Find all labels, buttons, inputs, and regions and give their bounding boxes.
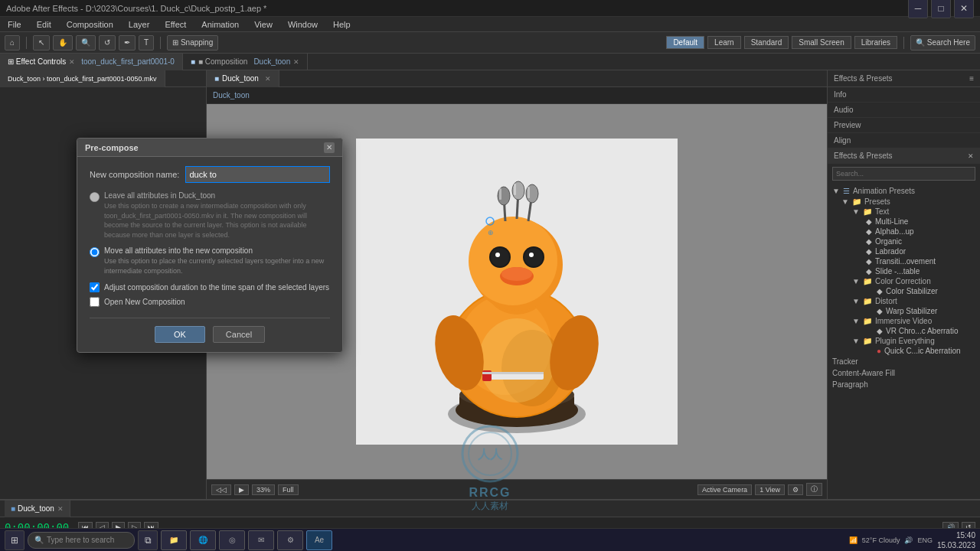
dialog-option1-desc: Use this option to create a new intermed…: [104, 201, 330, 240]
taskbar-mail[interactable]: ✉: [248, 530, 274, 550]
left-file-path: Duck_toon › toon_duck_first_part0001-005…: [8, 75, 157, 83]
viewer-active-camera[interactable]: Active Camera: [697, 484, 752, 495]
menu-effect[interactable]: Effect: [162, 20, 189, 29]
comp-tab-duck-toon[interactable]: ■ Duck_toon ✕: [207, 70, 279, 87]
taskbar-file-explorer[interactable]: 📁: [161, 530, 187, 550]
taskbar-lang[interactable]: ENG: [917, 536, 933, 544]
effects-search-input[interactable]: [832, 167, 975, 181]
tree-presets[interactable]: ▼ 📁 Presets: [837, 197, 980, 207]
menu-edit[interactable]: Edit: [34, 20, 54, 29]
viewer-render[interactable]: ⚙: [788, 484, 803, 495]
right-panel-menu[interactable]: ≡: [969, 74, 974, 83]
toolbar-zoom[interactable]: 🔍: [76, 35, 96, 51]
dialog-checkbox-2[interactable]: [90, 297, 100, 307]
tree-text-folder[interactable]: ▼ 📁 Text: [849, 207, 980, 217]
maximize-button[interactable]: □: [931, 0, 951, 18]
dialog-radio-1[interactable]: [90, 192, 100, 202]
dialog-radio-2[interactable]: [90, 247, 100, 257]
tree-warp[interactable]: ◆ Warp Stabilizer: [871, 306, 980, 316]
effect-controls-close[interactable]: ✕: [69, 58, 75, 66]
taskbar-start[interactable]: ⊞: [5, 530, 24, 550]
timeline-tab-close[interactable]: ✕: [57, 505, 64, 513]
dialog-checkbox-1[interactable]: [90, 282, 100, 292]
toolbar-home[interactable]: ⌂: [5, 35, 20, 51]
dialog-ok-button[interactable]: OK: [155, 326, 205, 343]
toolbar-snap[interactable]: ⊞ Snapping: [167, 35, 218, 51]
dialog-option2-text: Move all attributes into the new composi…: [104, 246, 330, 276]
menu-help[interactable]: Help: [330, 20, 354, 29]
timeline-tab-duck[interactable]: ■ Duck_toon ✕: [5, 500, 70, 517]
section-info-header[interactable]: Info: [828, 87, 980, 102]
taskbar-volume-icon[interactable]: 🔊: [904, 536, 913, 544]
taskbar-task-view[interactable]: ⧉: [138, 530, 158, 550]
minimize-button[interactable]: ─: [908, 0, 928, 18]
tree-alphab-up[interactable]: ◆ Alphab...up: [860, 227, 980, 236]
toolbar-text[interactable]: T: [139, 35, 154, 51]
alphab-label: Alphab...up: [875, 227, 914, 236]
tab-effect-controls[interactable]: ⊞ Effect Controls ✕ toon_duck_first_part…: [0, 54, 183, 70]
close-button[interactable]: ✕: [954, 0, 974, 18]
breadcrumb-link[interactable]: Duck_toon: [213, 91, 250, 99]
effects-close-icon[interactable]: ✕: [968, 152, 974, 160]
menu-file[interactable]: File: [5, 20, 24, 29]
tree-labrador[interactable]: ◆ Labrador: [860, 246, 980, 256]
section-effects-header[interactable]: Effects & Presets ✕: [828, 148, 980, 163]
viewer-play-back[interactable]: ◁◁: [211, 484, 231, 495]
tree-vr[interactable]: ◆ VR Chro...c Aberratio: [871, 326, 980, 336]
toolbar-selection[interactable]: ↖: [33, 35, 50, 51]
workspace-libraries[interactable]: Libraries: [854, 36, 897, 49]
tree-distort[interactable]: ▼ 📁 Distort: [849, 296, 980, 306]
viewer-full[interactable]: Full: [278, 484, 299, 495]
viewer-1view[interactable]: 1 View: [755, 484, 785, 495]
menu-animation[interactable]: Animation: [198, 20, 242, 29]
tree-color-stabilizer[interactable]: ◆ Color Stabilizer: [871, 286, 980, 296]
taskbar-edge[interactable]: 🌐: [190, 530, 216, 550]
tree-multi-line[interactable]: ◆ Multi-Line: [860, 217, 980, 227]
slide-label: Slide -...table: [875, 267, 920, 276]
composition-tab-close[interactable]: ✕: [293, 58, 299, 66]
left-panel-tab[interactable]: Duck_toon › toon_duck_first_part0001-005…: [0, 70, 165, 87]
section-align-header[interactable]: Align: [828, 133, 980, 148]
workspace-default[interactable]: Default: [666, 36, 704, 49]
comp-breadcrumb: Duck_toon: [207, 87, 827, 104]
toolbar-rotate[interactable]: ↺: [99, 35, 116, 51]
section-audio-header[interactable]: Audio: [828, 103, 980, 117]
workspace-small-screen[interactable]: Small Screen: [792, 36, 851, 49]
section-preview-header[interactable]: Preview: [828, 118, 980, 132]
taskbar-ae[interactable]: Ae: [306, 530, 332, 550]
tree-immersive[interactable]: ▼ 📁 Immersive Video: [849, 316, 980, 326]
toolbar-search[interactable]: 🔍 Search Here: [910, 35, 975, 51]
menu-window[interactable]: Window: [285, 20, 321, 29]
tree-animation-presets[interactable]: ▼ ☰ Animation Presets: [828, 185, 980, 197]
menu-view[interactable]: View: [251, 20, 276, 29]
workspace-standard[interactable]: Standard: [744, 36, 789, 49]
tree-transition[interactable]: ◆ Transiti...ovement: [860, 256, 980, 266]
workspace-learn[interactable]: Learn: [707, 36, 741, 49]
dialog-close-button[interactable]: ✕: [324, 142, 335, 153]
tree-quick[interactable]: ● Quick C...ic Aberration: [871, 346, 980, 356]
toolbar-pen[interactable]: ✒: [119, 35, 136, 51]
viewer-info[interactable]: ⓘ: [806, 483, 822, 496]
taskbar-chrome[interactable]: ◎: [219, 530, 245, 550]
svg-text:⊕: ⊕: [488, 229, 494, 236]
dialog-name-input[interactable]: [185, 166, 330, 183]
taskbar-search[interactable]: 🔍 Type here to search: [28, 532, 135, 549]
dialog-cancel-button[interactable]: Cancel: [213, 326, 265, 343]
tree-plugin[interactable]: ▼ 📁 Plugin Everything: [849, 336, 980, 346]
menu-composition[interactable]: Composition: [64, 20, 116, 29]
tree-color-correction[interactable]: ▼ 📁 Color Correction: [849, 276, 980, 286]
toolbar-hand[interactable]: ✋: [53, 35, 73, 51]
plugin-label: Plugin Everything: [875, 337, 935, 345]
tree-organic[interactable]: ◆ Organic: [860, 236, 980, 246]
taskbar-settings[interactable]: ⚙: [277, 530, 303, 550]
viewer-frame[interactable]: 33%: [252, 484, 275, 495]
effect-controls-label: ⊞ Effect Controls: [8, 57, 66, 66]
distort-label: Distort: [875, 297, 897, 305]
section-audio: Audio: [828, 103, 980, 118]
menu-layer[interactable]: Layer: [126, 20, 153, 29]
viewer-play[interactable]: ▶: [234, 484, 249, 495]
comp-tab-close[interactable]: ✕: [265, 75, 271, 83]
tree-slide[interactable]: ◆ Slide -...table: [860, 266, 980, 276]
dialog-titlebar[interactable]: Pre-compose ✕: [77, 139, 342, 157]
tab-composition[interactable]: ■ ■ Composition Duck_toon ✕: [183, 54, 308, 70]
